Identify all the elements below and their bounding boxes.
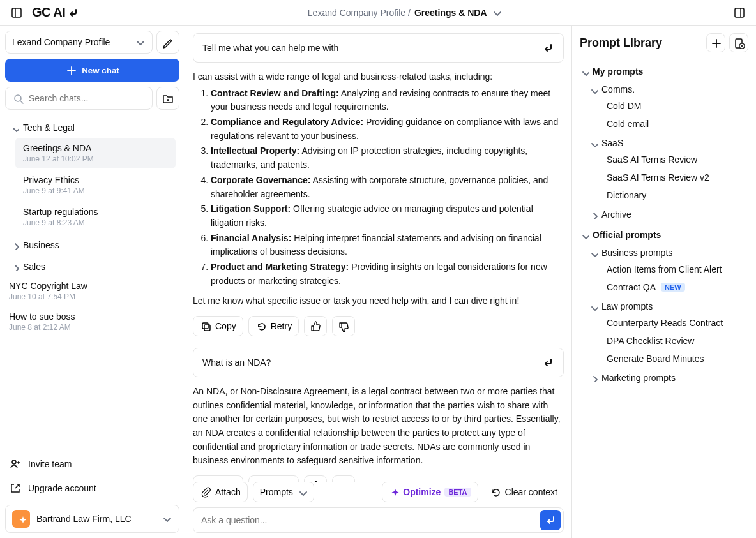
chevron-right-icon [10, 262, 19, 271]
attach-button[interactable]: Attach [193, 482, 248, 502]
prompt-folder[interactable]: Comms. [589, 82, 748, 97]
retry-button[interactable]: Retry [248, 475, 299, 482]
chat-title: How to sue boss [9, 311, 176, 322]
chevron-down-icon [580, 67, 589, 76]
thumbs-down-button[interactable] [332, 475, 355, 482]
chevron-right-icon [589, 210, 598, 219]
prompt-item[interactable]: Action Items from Client Alert [589, 260, 748, 278]
prompt-folder[interactable]: SaaS [589, 135, 748, 151]
prompt-item[interactable]: SaaS AI Terms Review [589, 151, 748, 168]
assistant-message: I can assist with a wide range of legal … [193, 70, 564, 308]
retry-icon [490, 486, 501, 498]
external-link-icon [9, 482, 22, 495]
chevron-right-icon [589, 373, 598, 382]
group-name: Business [23, 240, 59, 250]
thumbs-up-icon [310, 320, 321, 332]
prompt-item[interactable]: Cold DM [589, 97, 748, 115]
group-name: Sales [23, 262, 45, 272]
new-prompt-button[interactable] [706, 33, 725, 52]
prompt-folder[interactable]: Law prompts [589, 299, 748, 314]
chat-date: June 10 at 7:54 PM [9, 292, 176, 301]
clear-context-button[interactable]: Clear context [483, 482, 564, 502]
prompt-item[interactable]: Generate Board Minutes [589, 350, 748, 368]
prompt-item[interactable]: Contract QANEW [589, 278, 748, 296]
copy-button[interactable]: Copy [193, 316, 243, 336]
optimize-button[interactable]: Optimize BETA [382, 482, 478, 502]
chat-title: Startup regulations [23, 207, 168, 217]
edit-profile-button[interactable] [156, 31, 179, 54]
assistant-list-item: Intellectual Property: Advising on IP pr… [211, 144, 564, 172]
chevron-down-icon [10, 123, 19, 132]
chevron-down-icon [580, 230, 589, 239]
sidebar-group-header[interactable]: Business [5, 236, 179, 254]
user-message: Tell me what you can help me with [193, 33, 564, 63]
assistant-list-item: Litigation Support: Offering strategic a… [211, 202, 564, 230]
avatar [12, 510, 30, 528]
attach-icon [200, 486, 211, 498]
user-message-text: Tell me what you can help me with [202, 43, 541, 53]
chevron-down-icon [161, 513, 172, 525]
thumbs-down-button[interactable] [332, 316, 355, 336]
search-input-wrapper[interactable] [5, 87, 153, 110]
prompt-item[interactable]: DPA Checklist Review [589, 332, 748, 350]
prompt-item[interactable]: SaaS AI Terms Review v2 [589, 168, 748, 186]
chevron-down-icon [491, 7, 503, 19]
sidebar-chat-item[interactable]: Privacy EthicsJune 9 at 9:41 AM [15, 170, 176, 200]
assistant-list-item: Financial Analysis: Helping interpret fi… [211, 232, 564, 259]
resend-button[interactable] [541, 356, 554, 369]
prompt-folder[interactable]: Archive [589, 207, 748, 222]
chat-date: June 9 at 9:41 AM [23, 186, 168, 195]
prompt-section-header[interactable]: My prompts [580, 64, 748, 79]
resend-button[interactable] [541, 41, 554, 54]
retry-button[interactable]: Retry [248, 316, 299, 336]
user-plus-icon [9, 458, 22, 470]
upgrade-account-link[interactable]: Upgrade account [5, 477, 179, 500]
user-message: What is an NDA? [193, 348, 564, 377]
sidebar-chat-item[interactable]: Startup regulationsJune 9 at 8:23 AM [15, 202, 176, 232]
prompt-item[interactable]: Dictionary [589, 186, 748, 204]
sidebar-chat-item[interactable]: Greetings & NDAJune 12 at 10:02 PM [15, 138, 176, 168]
chat-date: June 12 at 10:02 PM [23, 154, 168, 163]
account-name: Bartrand Law Firm, LLC [36, 514, 132, 524]
chevron-down-icon [134, 36, 146, 48]
composer [193, 507, 564, 533]
chevron-down-icon [589, 302, 598, 311]
profile-selector[interactable]: Lexand Company Profile [5, 31, 153, 54]
thumbs-up-button[interactable] [304, 475, 327, 482]
sidebar-chat-item[interactable]: NYC Copyright LawJune 10 at 7:54 PM [5, 276, 179, 306]
chat-title: Greetings & NDA [23, 143, 168, 153]
composer-input[interactable] [201, 515, 535, 525]
sidebar-group-header[interactable]: Sales [5, 258, 179, 276]
toggle-sidebar-button[interactable] [8, 4, 26, 22]
prompt-item[interactable]: Cold email [589, 115, 748, 133]
breadcrumb[interactable]: Lexand Company Profile / Greetings & NDA [79, 7, 730, 19]
user-message-text: What is an NDA? [202, 357, 541, 368]
sidebar-chat-item[interactable]: How to sue bossJune 8 at 2:12 AM [5, 306, 179, 337]
app-logo: GC AI [32, 5, 79, 20]
search-input[interactable] [29, 93, 146, 103]
profile-name: Lexand Company Profile [12, 37, 110, 47]
account-switcher[interactable]: Bartrand Law Firm, LLC [5, 505, 179, 533]
prompts-dropdown[interactable]: Prompts [253, 482, 314, 502]
assistant-list-item: Compliance and Regulatory Advice: Provid… [211, 116, 564, 143]
thumbs-up-button[interactable] [304, 316, 327, 336]
new-chat-button[interactable]: New chat [5, 59, 179, 82]
prompt-item[interactable]: Counterparty Reads Contract [589, 314, 748, 332]
group-name: Tech & Legal [23, 123, 75, 133]
copy-button[interactable]: Copy [193, 475, 243, 482]
sidebar: Lexand Company Profile New chat Tech & L… [0, 26, 185, 538]
toggle-right-panel-button[interactable] [730, 4, 748, 22]
prompt-folder[interactable]: Business prompts [589, 245, 748, 260]
sidebar-group-header[interactable]: Tech & Legal [5, 119, 179, 137]
import-prompt-button[interactable] [729, 33, 748, 52]
thumbs-down-icon [338, 320, 349, 332]
send-button[interactable] [540, 510, 561, 530]
copy-icon [200, 320, 211, 332]
new-badge: NEW [661, 283, 685, 292]
chevron-right-icon [10, 241, 19, 250]
invite-team-link[interactable]: Invite team [5, 452, 179, 475]
prompt-folder[interactable]: Marketing prompts [589, 370, 748, 385]
new-folder-button[interactable] [156, 87, 179, 110]
chevron-down-icon [297, 487, 307, 497]
prompt-section-header[interactable]: Official prompts [580, 227, 748, 243]
